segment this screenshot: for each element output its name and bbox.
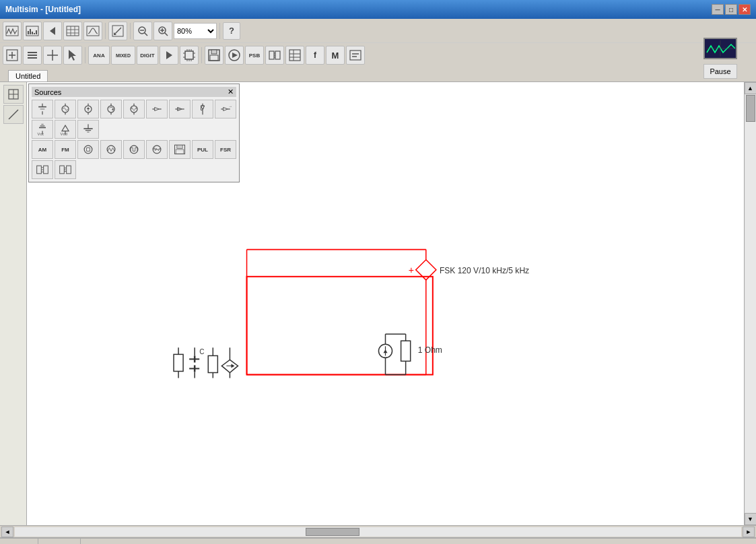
source-component2[interactable]	[55, 160, 76, 179]
left-arrow-icon[interactable]	[43, 22, 62, 40]
resistor-label: 1 Ohm	[418, 345, 442, 355]
zoom-in-icon[interactable]	[153, 22, 172, 40]
svg-rect-58	[289, 50, 300, 61]
svg-marker-89	[155, 108, 160, 111]
play-icon[interactable]	[160, 46, 178, 65]
source-fsb[interactable]: FSR	[215, 140, 236, 159]
scroll-track-horizontal[interactable]	[15, 527, 741, 537]
run-icon[interactable]	[225, 46, 244, 65]
ana-label[interactable]: ANA	[88, 46, 110, 65]
source-sine[interactable]	[123, 100, 145, 118]
source-diamond-right[interactable]	[169, 100, 191, 118]
source-diamond-up[interactable]	[192, 100, 213, 118]
fsk-label: FSK 120 V/10 kHz/5 kHz	[440, 266, 529, 275]
right-scrollbar[interactable]: ▲ ▼	[744, 82, 756, 525]
pointer-icon[interactable]	[63, 46, 82, 65]
svg-rect-53	[269, 51, 274, 59]
svg-marker-131	[64, 169, 66, 170]
comp-icon[interactable]	[265, 46, 284, 65]
svg-rect-8	[67, 26, 79, 36]
source-save[interactable]	[169, 140, 191, 159]
sources-close-button[interactable]: ✕	[228, 88, 234, 96]
tab-bar: Untitled	[0, 67, 756, 82]
help-button[interactable]: ?	[223, 22, 240, 40]
func-icon[interactable]: PSB	[245, 46, 264, 65]
svg-rect-121	[176, 149, 184, 154]
lines-icon[interactable]	[23, 46, 42, 65]
source-noise[interactable]	[146, 140, 168, 159]
digit-label[interactable]: DIGIT	[137, 46, 158, 65]
source-up-arrow[interactable]	[77, 100, 99, 118]
source-tri[interactable]	[100, 140, 122, 159]
bottom-scrollbar[interactable]: ◄ ►	[0, 525, 756, 537]
svg-point-114	[84, 145, 92, 154]
svg-marker-35	[69, 50, 76, 61]
oscilloscope-small-icon[interactable]	[3, 22, 22, 40]
add-row-icon[interactable]	[3, 46, 22, 65]
source-component1[interactable]	[32, 160, 53, 179]
source-square[interactable]	[123, 140, 145, 159]
toolbar-row-1: 80% 50% 75% 100% 125% 150% 200% ?	[0, 19, 756, 43]
scroll-track-vertical[interactable]	[745, 95, 756, 512]
status-ready: Ready	[5, 539, 38, 544]
source-pulse[interactable]: PUL	[192, 140, 213, 159]
sidebar-pointer-tool[interactable]	[3, 85, 24, 104]
svg-marker-36	[166, 51, 172, 59]
svg-marker-52	[232, 53, 238, 58]
scroll-down-button[interactable]: ▼	[745, 513, 757, 525]
svg-rect-128	[67, 166, 71, 174]
separator-1	[105, 23, 106, 39]
mixed-label[interactable]: MIXED	[111, 46, 135, 65]
svg-marker-108	[62, 125, 69, 131]
scroll-up-button[interactable]: ▲	[745, 82, 757, 94]
left-sidebar	[0, 82, 27, 525]
main-content: Sources ✕	[0, 82, 756, 525]
toolbar-row-2: ANA MIXED DIGIT PSB f M Pause	[0, 43, 756, 67]
source-dc[interactable]	[32, 100, 53, 118]
source-ground[interactable]	[77, 120, 99, 139]
scroll-left-button[interactable]: ◄	[1, 526, 13, 537]
chip-icon[interactable]	[180, 46, 199, 65]
source-circular[interactable]	[100, 100, 122, 118]
save-icon[interactable]	[205, 46, 224, 65]
cursor-icon[interactable]	[43, 46, 62, 65]
close-button[interactable]: ✕	[738, 4, 751, 15]
sidebar-wire-tool[interactable]	[3, 105, 24, 124]
tab-untitled[interactable]: Untitled	[8, 70, 48, 81]
svg-marker-96	[201, 106, 205, 110]
grid-icon[interactable]	[63, 22, 82, 40]
maximize-button[interactable]: □	[725, 4, 737, 15]
source-am[interactable]: AM	[32, 140, 53, 159]
svg-line-21	[165, 32, 168, 36]
svg-text:C: C	[199, 348, 204, 355]
sources-label: Sources	[34, 88, 61, 96]
m-icon[interactable]: M	[326, 46, 345, 65]
source-diamond-right2[interactable]: →	[215, 100, 236, 118]
minimize-button[interactable]: ─	[712, 4, 724, 15]
text-icon[interactable]	[346, 46, 365, 65]
spectrum-icon[interactable]	[23, 22, 42, 40]
source-vcc[interactable]: Vcc	[32, 120, 53, 139]
source-vdd[interactable]: Vdd	[55, 120, 76, 139]
svg-rect-158	[208, 355, 217, 372]
bode-icon[interactable]	[83, 22, 102, 40]
table-icon[interactable]	[285, 46, 304, 65]
zoom-out-icon[interactable]	[133, 22, 152, 40]
source-fm[interactable]: FM	[55, 140, 76, 159]
scroll-thumb-vertical[interactable]	[746, 95, 755, 122]
scroll-right-button[interactable]: ►	[743, 526, 755, 537]
freq-icon[interactable]: f	[306, 46, 324, 65]
status-temp: Temp: 27	[38, 539, 81, 544]
pencil-icon[interactable]	[108, 22, 127, 40]
svg-point-117	[130, 145, 138, 154]
source-diamond-left[interactable]	[146, 100, 168, 118]
oscilloscope-display	[703, 38, 737, 59]
scroll-thumb-horizontal[interactable]	[306, 528, 359, 536]
svg-rect-120	[177, 145, 182, 148]
pause-button[interactable]: Pause	[703, 64, 737, 79]
zoom-select[interactable]: 80% 50% 75% 100% 125% 150% 200%	[174, 23, 217, 39]
svg-rect-122	[37, 166, 42, 174]
source-pm[interactable]	[77, 140, 99, 159]
separator-2	[130, 23, 131, 39]
source-ac[interactable]	[55, 100, 76, 118]
